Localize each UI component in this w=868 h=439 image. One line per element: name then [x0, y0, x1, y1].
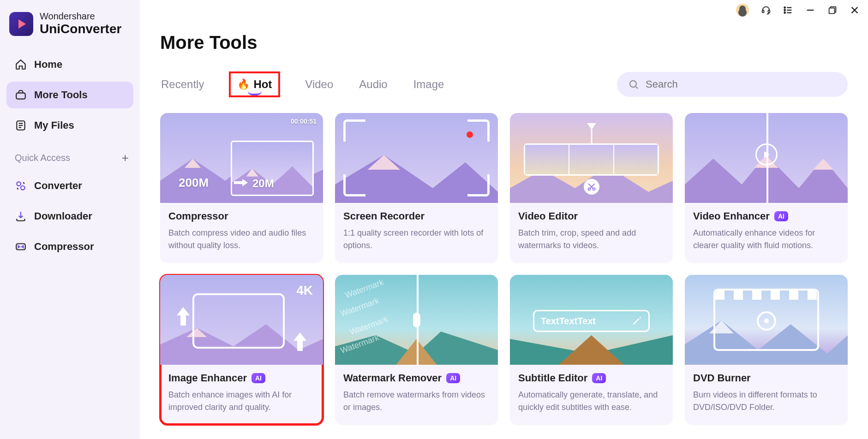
arrow-up-icon	[177, 307, 190, 326]
window-titlebar	[736, 4, 860, 17]
svg-point-7	[784, 7, 785, 8]
sidebar-item-home[interactable]: Home	[6, 51, 133, 78]
add-quick-access-button[interactable]: +	[122, 151, 129, 165]
download-icon	[15, 210, 27, 222]
converter-icon	[15, 180, 27, 192]
sidebar-item-more-tools[interactable]: More Tools	[6, 82, 133, 108]
tab-hot[interactable]: 🔥 Hot	[229, 71, 280, 97]
tab-underline-icon	[248, 91, 262, 95]
ai-badge: AI	[774, 211, 788, 221]
card-desc: Batch remove watermarks from videos or i…	[343, 389, 490, 414]
card-thumbnail	[685, 275, 848, 365]
quick-access-label: Quick Access	[15, 153, 70, 163]
tab-video[interactable]: Video	[304, 76, 334, 93]
thumb-size-from: 200M	[179, 176, 209, 190]
quick-access-header: Quick Access +	[6, 142, 133, 169]
tab-label: Recently	[161, 78, 204, 91]
card-desc: Batch compress video and audio files wit…	[168, 227, 315, 252]
svg-point-3	[21, 186, 25, 190]
svg-rect-6	[768, 10, 770, 13]
play-icon	[755, 143, 778, 166]
thumb-timecode: 00:00:51	[291, 118, 317, 125]
search-input[interactable]	[646, 78, 837, 90]
tab-audio[interactable]: Audio	[358, 76, 388, 93]
minimize-icon[interactable]	[805, 5, 815, 15]
card-desc: Automatically enhance videos for clearer…	[693, 227, 839, 252]
frame-icon	[192, 293, 285, 349]
brand-line2: UniConverter	[40, 22, 121, 36]
svg-rect-11	[829, 8, 835, 13]
card-thumbnail: 4K	[160, 275, 323, 365]
tab-image[interactable]: Image	[413, 76, 445, 93]
sidebar-item-label: Home	[34, 59, 62, 71]
subtitle-text: TextTextText	[541, 316, 596, 326]
tab-label: Image	[413, 78, 444, 91]
tool-card-screen-recorder[interactable]: Screen Recorder 1:1 quality screen recor…	[335, 113, 498, 263]
sidebar-item-label: Compressor	[34, 241, 94, 253]
record-dot-icon	[467, 131, 473, 138]
card-title: DVD Burner	[693, 372, 751, 384]
watermark-label: Watermark	[344, 278, 385, 301]
card-title: Video Editor	[518, 210, 578, 222]
search-box[interactable]	[617, 72, 848, 97]
ai-badge: AI	[251, 373, 265, 383]
card-thumbnail	[685, 113, 848, 203]
sidebar-item-my-files[interactable]: My Files	[6, 112, 133, 139]
svg-rect-5	[762, 10, 764, 13]
svg-rect-0	[16, 93, 25, 99]
toolbox-icon	[15, 89, 27, 101]
sidebar-item-label: Converter	[34, 180, 82, 192]
svg-rect-4	[16, 244, 25, 250]
svg-point-9	[784, 12, 785, 13]
maximize-icon[interactable]	[827, 5, 838, 15]
tab-label: Video	[305, 78, 333, 91]
card-desc: Automatically generate, translate, and q…	[518, 389, 664, 414]
card-thumbnail: Watermark Watermark Watermark Watermark	[335, 275, 498, 365]
tool-card-video-editor[interactable]: Video Editor Batch trim, crop, speed and…	[510, 113, 673, 263]
tab-recently[interactable]: Recently	[160, 76, 205, 93]
sidebar-item-label: Downloader	[34, 210, 92, 222]
tool-card-dvd-burner[interactable]: DVD Burner Burn videos in different form…	[685, 275, 848, 425]
sidebar-item-label: My Files	[34, 119, 74, 131]
tools-grid: 00:00:51 200M 20M Compressor Batch compr…	[160, 113, 848, 425]
tool-card-subtitle-editor[interactable]: TextTextText Subtitle EditorAI Automatic…	[510, 275, 673, 425]
ai-badge: AI	[592, 373, 606, 383]
close-icon[interactable]	[850, 5, 860, 15]
compressor-icon	[15, 241, 27, 253]
bracket-icon	[343, 174, 365, 196]
arrow-up-icon	[293, 332, 306, 351]
tool-card-video-enhancer[interactable]: Video EnhancerAI Automatically enhance v…	[685, 113, 848, 263]
slider-knob-icon	[413, 313, 420, 327]
card-title: Compressor	[168, 210, 228, 222]
ai-badge: AI	[446, 373, 460, 383]
card-thumbnail: TextTextText	[510, 275, 673, 365]
user-avatar-icon[interactable]	[736, 4, 749, 17]
sidebar-item-converter[interactable]: Converter	[6, 172, 133, 199]
fourk-label: 4K	[296, 283, 313, 298]
tool-card-image-enhancer[interactable]: 4K Image EnhancerAI Batch enhance images…	[160, 275, 323, 425]
main-panel: More Tools Recently 🔥 Hot Video Audio Im…	[140, 0, 868, 439]
logo-icon	[9, 12, 33, 36]
svg-point-12	[630, 81, 636, 87]
clapboard-icon	[713, 289, 819, 351]
card-desc: Batch enhance images with AI for improve…	[168, 389, 315, 414]
disc-icon	[757, 311, 776, 331]
page-title: More Tools	[160, 32, 848, 53]
brand-line1: Wondershare	[40, 11, 121, 22]
card-thumbnail: 00:00:51 200M 20M	[160, 113, 323, 203]
card-title: Image Enhancer	[168, 372, 247, 384]
files-icon	[15, 119, 27, 131]
tab-label: Hot	[253, 78, 272, 91]
support-icon[interactable]	[761, 5, 771, 15]
menu-list-icon[interactable]	[783, 5, 793, 15]
sidebar-item-compressor[interactable]: Compressor	[6, 233, 133, 260]
tool-card-watermark-remover[interactable]: Watermark Watermark Watermark Watermark …	[335, 275, 498, 425]
card-title: Watermark Remover	[343, 372, 442, 384]
scissors-icon	[584, 179, 599, 195]
category-tabs: Recently 🔥 Hot Video Audio Image	[160, 71, 445, 97]
sidebar-item-downloader[interactable]: Downloader	[6, 203, 133, 230]
tool-card-compressor[interactable]: 00:00:51 200M 20M Compressor Batch compr…	[160, 113, 323, 263]
card-thumbnail	[335, 113, 498, 203]
pencil-icon	[632, 316, 642, 326]
sidebar-item-label: More Tools	[34, 89, 88, 101]
